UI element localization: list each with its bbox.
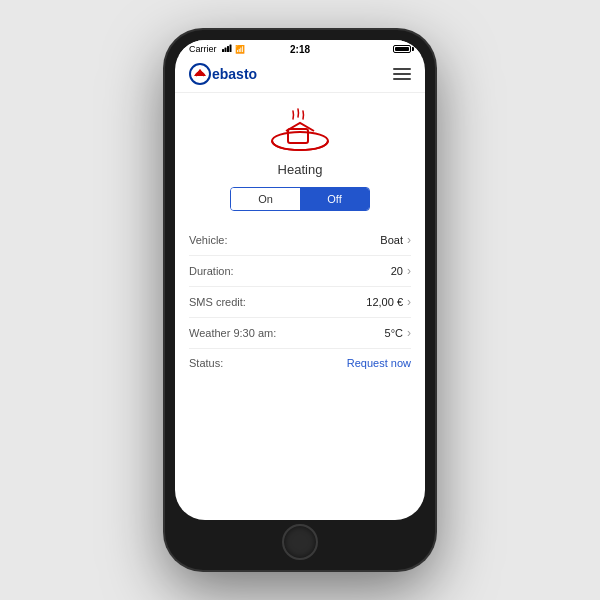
duration-label: Duration: — [189, 265, 234, 277]
heating-icon — [260, 103, 340, 158]
time-display: 2:18 — [290, 44, 310, 55]
sms-credit-value-container: 12,00 € › — [366, 295, 411, 309]
svg-text:ebasto: ebasto — [212, 66, 257, 82]
vehicle-value: Boat — [380, 234, 403, 246]
toggle-on-button[interactable]: On — [231, 188, 300, 210]
duration-value: 20 — [391, 265, 403, 277]
vehicle-chevron-icon: › — [407, 233, 411, 247]
wifi-icon: 📶 — [235, 45, 245, 54]
heating-icon-container — [260, 103, 340, 158]
status-row[interactable]: Status: Request now — [189, 349, 411, 377]
weather-chevron-icon: › — [407, 326, 411, 340]
phone-screen: Carrier 📶 2:18 — [175, 40, 425, 520]
logo-svg: ebasto — [189, 62, 279, 86]
info-list: Vehicle: Boat › Duration: 20 › SMS credi… — [189, 225, 411, 377]
weather-value-container: 5°C › — [385, 326, 411, 340]
toggle-off-button[interactable]: Off — [300, 188, 369, 210]
battery-icon — [393, 45, 411, 53]
hamburger-line-2 — [393, 73, 411, 75]
sms-credit-row[interactable]: SMS credit: 12,00 € › — [189, 287, 411, 318]
weather-value: 5°C — [385, 327, 403, 339]
hamburger-menu-button[interactable] — [393, 68, 411, 80]
carrier-label: Carrier — [189, 44, 217, 54]
weather-label: Weather 9:30 am: — [189, 327, 276, 339]
sms-credit-value: 12,00 € — [366, 296, 403, 308]
status-bar: Carrier 📶 2:18 — [175, 40, 425, 56]
svg-rect-1 — [224, 48, 226, 53]
sms-credit-label: SMS credit: — [189, 296, 246, 308]
on-off-toggle[interactable]: On Off — [230, 187, 370, 211]
webasto-logo: ebasto — [189, 62, 279, 86]
heating-title: Heating — [278, 162, 323, 177]
vehicle-value-container: Boat › — [380, 233, 411, 247]
sms-credit-chevron-icon: › — [407, 295, 411, 309]
app-header: ebasto — [175, 56, 425, 93]
svg-rect-0 — [222, 49, 224, 52]
signal-icon — [222, 44, 232, 54]
status-value-container: Request now — [347, 357, 411, 369]
app-content: Heating On Off Vehicle: Boat › Duration: — [175, 93, 425, 520]
status-link[interactable]: Request now — [347, 357, 411, 369]
duration-chevron-icon: › — [407, 264, 411, 278]
vehicle-label: Vehicle: — [189, 234, 228, 246]
weather-row[interactable]: Weather 9:30 am: 5°C › — [189, 318, 411, 349]
phone-frame: Carrier 📶 2:18 — [165, 30, 435, 570]
status-left: Carrier 📶 — [189, 44, 245, 54]
svg-rect-2 — [227, 46, 229, 52]
hamburger-line-1 — [393, 68, 411, 70]
home-button[interactable] — [282, 524, 318, 560]
duration-value-container: 20 › — [391, 264, 411, 278]
hamburger-line-3 — [393, 78, 411, 80]
vehicle-row[interactable]: Vehicle: Boat › — [189, 225, 411, 256]
duration-row[interactable]: Duration: 20 › — [189, 256, 411, 287]
svg-rect-3 — [229, 45, 231, 53]
status-label: Status: — [189, 357, 223, 369]
status-right — [393, 45, 411, 53]
